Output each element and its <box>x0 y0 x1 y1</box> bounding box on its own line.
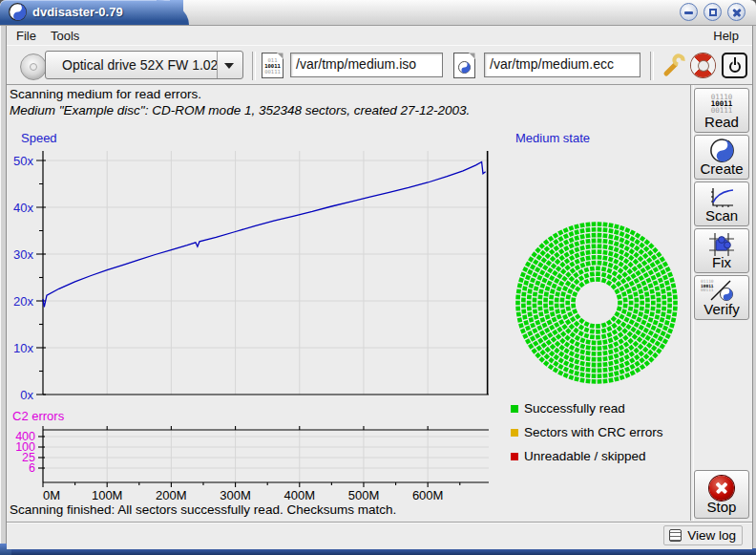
svg-text:50x: 50x <box>13 154 33 168</box>
window-frame-right <box>752 26 756 548</box>
drive-selector[interactable]: Optical drive 52X FW 1.02 <box>45 51 243 79</box>
quit-power-button[interactable] <box>722 53 747 78</box>
optical-disc-icon <box>20 53 47 80</box>
svg-text:40x: 40x <box>13 201 33 215</box>
ecc-path-input[interactable]: /var/tmp/medium.ecc <box>484 53 640 77</box>
yellow-square-icon <box>511 429 518 437</box>
window-title: dvdisaster-0.79 <box>32 5 123 19</box>
toolbar: Optical drive 52X FW 1.02 0111001100111 … <box>7 45 752 85</box>
menu-help[interactable]: Help <box>709 29 743 43</box>
minimize-icon <box>684 11 693 14</box>
app-yinyang-icon <box>9 3 27 21</box>
log-list-icon <box>669 529 682 542</box>
result-status-text: Scanning finished: All sectors successfu… <box>10 502 396 517</box>
help-lifebelt-icon[interactable] <box>690 53 716 78</box>
yinyang-icon <box>710 139 734 162</box>
menubar: File Tools Help <box>7 26 752 45</box>
toolbar-separator <box>252 52 256 80</box>
maximize-icon <box>709 9 717 16</box>
svg-text:30x: 30x <box>13 247 33 262</box>
close-button[interactable] <box>727 3 746 21</box>
create-button[interactable]: Create <box>694 135 749 180</box>
ecc-file-icon <box>453 53 475 78</box>
svg-text:10x: 10x <box>13 341 33 355</box>
menu-tools[interactable]: Tools <box>47 29 83 43</box>
red-square-icon <box>511 453 518 460</box>
svg-text:20x: 20x <box>13 294 33 309</box>
legend-item-crc: Sectors with CRC errors <box>511 425 663 438</box>
toolbar-separator2 <box>650 52 654 80</box>
iso-path-input[interactable]: /var/tmp/medium.iso <box>290 53 443 77</box>
verify-button[interactable]: 011101001100111 Verify <box>694 275 749 320</box>
svg-text:600M: 600M <box>412 488 444 502</box>
svg-text:400M: 400M <box>284 488 316 502</box>
minimize-button[interactable] <box>680 3 698 21</box>
preferences-wrench-icon[interactable] <box>661 53 686 78</box>
menu-file[interactable]: File <box>12 29 40 43</box>
legend-item-ok: Successfully read <box>511 401 625 415</box>
bottombar: View log <box>7 522 752 549</box>
medium-state-disc <box>514 220 680 386</box>
main-area: Scanning medium for read errors. Medium … <box>7 85 690 521</box>
binary-icon: 011101001100111 <box>695 94 748 114</box>
titlebar-tab-swoosh <box>157 0 189 25</box>
svg-text:0M: 0M <box>43 488 60 502</box>
window-frame-left <box>0 26 7 548</box>
svg-text:400: 400 <box>15 430 35 443</box>
read-button[interactable]: 011101001100111 Read <box>694 88 749 133</box>
svg-text:200M: 200M <box>156 488 187 502</box>
view-log-button[interactable]: View log <box>663 525 743 545</box>
fix-button[interactable]: Fix <box>694 228 749 273</box>
green-square-icon <box>511 405 518 413</box>
window-frame-bottom <box>0 548 756 555</box>
chevron-down-icon[interactable] <box>217 52 242 78</box>
drive-selector-value: Optical drive 52X FW 1.02 <box>62 57 218 73</box>
iso-file-icon: 0111001100111 <box>262 53 284 78</box>
svg-text:0x: 0x <box>20 388 33 402</box>
legend-item-unreadable: Unreadable / skipped <box>511 449 646 462</box>
scan-button[interactable]: Scan <box>694 181 749 226</box>
dvdisaster-window: dvdisaster-0.79 File Tools Help Optical … <box>0 0 756 555</box>
stop-button[interactable]: Stop <box>694 470 749 519</box>
stop-x-icon <box>709 476 734 501</box>
titlebar[interactable]: dvdisaster-0.79 <box>0 0 756 26</box>
svg-text:100M: 100M <box>92 488 123 502</box>
maximize-button[interactable] <box>704 3 722 21</box>
svg-text:300M: 300M <box>220 488 251 502</box>
svg-text:500M: 500M <box>348 488 380 502</box>
